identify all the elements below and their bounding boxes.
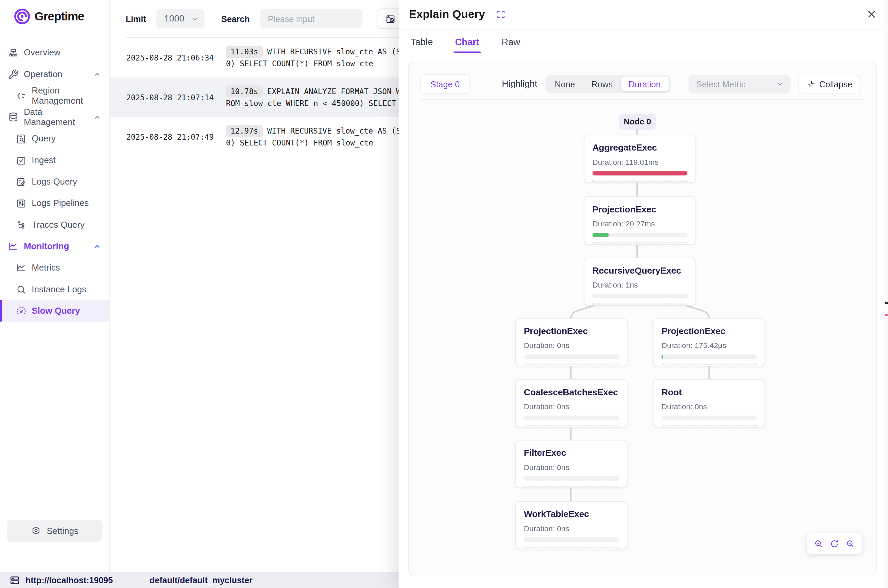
- sidebar-item-label: Operation: [24, 69, 62, 79]
- sql-line: ROM slow_cte WHERE n < 450000) SELECT CO: [226, 99, 410, 108]
- sidebar-item-overview[interactable]: Overview: [0, 42, 109, 63]
- plan-node-recursive-query-exec[interactable]: RecursiveQueryExec Duration: 1ns: [584, 258, 696, 306]
- wrench-icon: [8, 69, 19, 80]
- node-title: ProjectionExec: [524, 326, 619, 336]
- sidebar-item-metrics[interactable]: Metrics: [0, 257, 109, 278]
- plan-node-filter-exec[interactable]: FilterExec Duration: 0ns: [515, 440, 628, 488]
- sidebar-item-label: Traces Query: [32, 220, 84, 230]
- gauge-icon: [15, 305, 27, 316]
- duration-bar: [592, 171, 687, 176]
- explain-query-drawer: Explain Query ✕ Table Chart Raw Stage 0 …: [399, 0, 888, 588]
- plan-node-work-table-exec[interactable]: WorkTableExec Duration: 0ns: [515, 501, 628, 549]
- brand-logo: Greptime: [0, 0, 109, 25]
- node-divider: [524, 486, 619, 487]
- limit-select[interactable]: 1000: [156, 9, 205, 28]
- duration-badge: 12.97s: [226, 125, 263, 137]
- zoom-in-icon[interactable]: [813, 539, 823, 549]
- app-root: Greptime Overview Operation: [0, 0, 888, 588]
- duration-bar: [524, 537, 619, 542]
- node-divider: [592, 242, 687, 243]
- node-title: AggregateExec: [592, 143, 687, 153]
- limit-label: Limit: [126, 14, 146, 24]
- plan-node-projection-exec-right[interactable]: ProjectionExec Duration: 175.42µs: [653, 318, 765, 366]
- node-duration: Duration: 20.27ms: [592, 220, 687, 228]
- sidebar-item-instance-logs[interactable]: Instance Logs: [0, 279, 109, 300]
- sidebar-item-operation[interactable]: Operation: [0, 63, 109, 85]
- node-divider: [524, 547, 619, 548]
- plan-node-projection-exec-left[interactable]: ProjectionExec Duration: 0ns: [515, 318, 628, 366]
- tab-table[interactable]: Table: [410, 31, 434, 53]
- row-timestamp: 2025-08-28 21:07:49: [126, 125, 226, 149]
- refresh-icon[interactable]: [830, 539, 839, 549]
- drawer-header: Explain Query ✕: [399, 0, 888, 30]
- fullscreen-icon[interactable]: [496, 9, 505, 19]
- search-input[interactable]: [260, 9, 362, 28]
- sidebar-item-logs-query[interactable]: Logs Query: [0, 171, 109, 192]
- sidebar-item-logs-pipelines[interactable]: Logs Pipelines: [0, 192, 109, 214]
- sql-line: WITH RECURSIVE slow_cte AS (SELE: [267, 47, 414, 56]
- ingest-icon: [15, 154, 27, 166]
- sidebar-item-query[interactable]: Query: [0, 128, 109, 149]
- tab-chart[interactable]: Chart: [454, 31, 480, 53]
- duration-bar: [592, 294, 687, 298]
- node-divider: [592, 303, 687, 304]
- plan-node-root[interactable]: Root Duration: 0ns: [653, 379, 765, 428]
- monitor-chart-icon: [8, 241, 19, 252]
- chevron-up-icon[interactable]: [93, 113, 101, 122]
- plan-node-coalesce-batches-exec[interactable]: CoalesceBatchesExec Duration: 0ns: [515, 379, 628, 428]
- cluster-name[interactable]: default/default_mycluster: [150, 575, 253, 585]
- server-url[interactable]: http://localhost:19095: [26, 575, 113, 585]
- node-duration: Duration: 0ns: [524, 341, 619, 350]
- drawer-tabs: Table Chart Raw: [399, 30, 888, 55]
- sidebar-item-ingest[interactable]: Ingest: [0, 150, 109, 171]
- duration-badge: 11.03s: [226, 46, 263, 58]
- node-divider: [524, 364, 619, 365]
- node-title: FilterExec: [524, 448, 619, 458]
- settings-button[interactable]: Settings: [7, 520, 103, 542]
- node-divider: [662, 425, 757, 426]
- chevron-up-icon[interactable]: [93, 242, 101, 250]
- duration-bar: [662, 354, 757, 359]
- node-title: ProjectionExec: [592, 204, 687, 214]
- row-timestamp: 2025-08-28 21:06:34: [126, 46, 226, 70]
- plan-node-aggregate-exec[interactable]: AggregateExec Duration: 119.01ms: [584, 135, 696, 183]
- search-label: Search: [221, 14, 249, 24]
- pipelines-icon: [15, 198, 27, 209]
- node-duration: Duration: 0ns: [524, 525, 619, 533]
- sidebar-item-data-management[interactable]: Data Management: [0, 106, 109, 128]
- plan-node-projection-exec[interactable]: ProjectionExec Duration: 20.27ms: [584, 196, 696, 245]
- tab-raw[interactable]: Raw: [500, 31, 522, 53]
- logs-query-icon: [15, 176, 27, 187]
- scrollbar-mark: [885, 302, 888, 304]
- sidebar-item-label: Monitoring: [24, 242, 69, 252]
- execution-plan-graph: Node 0 AggregateExec Duration: 119.01ms …: [409, 62, 876, 575]
- sidebar-item-label: Query: [32, 134, 56, 144]
- database-icon: [8, 111, 19, 123]
- node-title: CoalesceBatchesExec: [524, 387, 619, 398]
- node-divider: [524, 425, 619, 426]
- sql-line: 0) SELECT COUNT(*) FROM slow_cte: [226, 59, 373, 68]
- node-duration: Duration: 175.42µs: [662, 341, 757, 350]
- sidebar-nav: Overview Operation Region Management: [0, 42, 109, 321]
- sidebar-item-slow-query[interactable]: Slow Query: [0, 300, 109, 321]
- chevron-down-icon: [191, 15, 199, 22]
- chevron-up-icon[interactable]: [93, 70, 101, 78]
- query-doc-icon: [15, 133, 27, 144]
- node-title: Root: [662, 387, 757, 398]
- node-group-badge: Node 0: [619, 114, 656, 130]
- server-icon: [9, 575, 20, 585]
- node-duration: Duration: 0ns: [524, 402, 619, 411]
- page-scrollbar[interactable]: [885, 0, 888, 588]
- sidebar-item-monitoring[interactable]: Monitoring: [0, 236, 109, 257]
- zoom-out-icon[interactable]: [846, 539, 855, 549]
- brand-name: Greptime: [34, 9, 84, 23]
- sidebar-item-region-management[interactable]: Region Management: [0, 85, 109, 106]
- close-icon[interactable]: ✕: [864, 8, 879, 22]
- sidebar-item-label: Ingest: [32, 155, 56, 165]
- limit-value: 1000: [164, 14, 184, 24]
- overview-icon: [8, 47, 19, 58]
- node-title: WorkTableExec: [524, 509, 619, 519]
- sidebar-item-traces-query[interactable]: Traces Query: [0, 214, 109, 236]
- settings-label: Settings: [46, 526, 78, 536]
- node-divider: [592, 180, 687, 182]
